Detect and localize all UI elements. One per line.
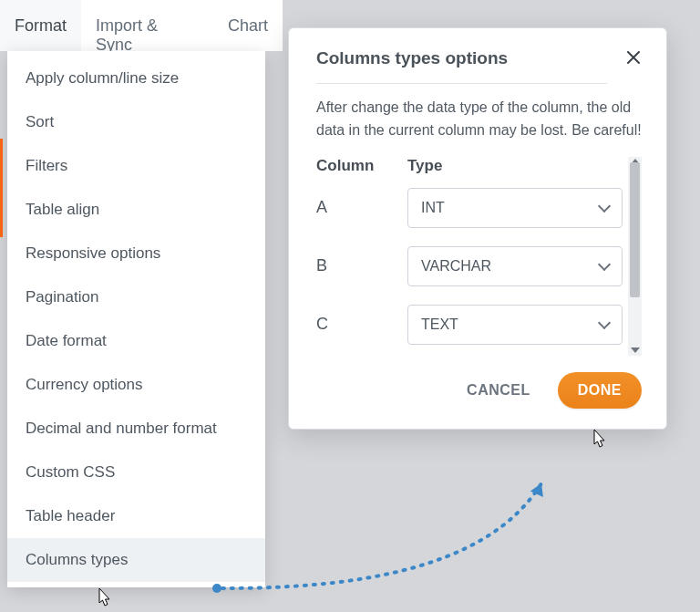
column-row-b: B VARCHAR [316,246,623,286]
type-select-a[interactable]: INT [407,188,623,228]
columns-types-dialog: Columns types options After change the d… [288,27,667,430]
cursor-icon [95,587,113,611]
type-select-value: TEXT [421,316,458,333]
menu-item-table-header[interactable]: Table header [7,494,265,538]
column-row-a: A INT [316,188,623,228]
dialog-header: Columns types options [316,48,642,84]
type-select-value: INT [421,200,445,216]
column-label: C [316,315,407,334]
dialog-actions: CANCEL DONE [316,372,642,409]
type-select-value: VARCHAR [421,258,491,275]
menu-item-custom-css[interactable]: Custom CSS [7,451,265,494]
menu-item-table-align[interactable]: Table align [7,188,265,232]
scrollbar-down-icon[interactable] [631,347,640,353]
columns-header-row: Column Type [316,157,623,175]
menu-item-sort[interactable]: Sort [7,100,265,144]
tabs-bar: Format Import & Sync Chart [0,0,283,51]
chevron-down-icon [598,258,611,271]
type-select-b[interactable]: VARCHAR [407,246,623,286]
tab-format[interactable]: Format [0,0,81,51]
menu-item-pagination[interactable]: Pagination [7,275,265,319]
tab-import-sync[interactable]: Import & Sync [81,0,213,51]
columns-header-column: Column [316,157,407,175]
close-icon[interactable] [625,48,642,68]
chevron-down-icon [598,200,611,213]
menu-item-date-format[interactable]: Date format [7,319,265,363]
tab-chart[interactable]: Chart [213,0,283,51]
dialog-title: Columns types options [316,48,607,84]
column-row-c: C TEXT [316,305,623,345]
type-select-c[interactable]: TEXT [407,305,623,345]
dialog-body: After change the data type of the column… [316,97,642,409]
scrollbar[interactable] [628,157,642,356]
dialog-description: After change the data type of the column… [316,97,642,142]
cancel-button[interactable]: CANCEL [467,382,530,399]
cursor-icon [590,429,608,452]
format-dropdown-menu: Apply column/line size Sort Filters Tabl… [7,51,265,587]
menu-item-filters[interactable]: Filters [7,144,265,188]
columns-header-type: Type [407,157,623,175]
menu-item-decimal-number-format[interactable]: Decimal and number format [7,407,265,451]
scrollbar-thumb[interactable] [630,162,640,297]
menu-item-currency-options[interactable]: Currency options [7,363,265,407]
done-button[interactable]: DONE [558,372,642,409]
columns-area: Column Type A INT B VARCHAR [316,157,642,356]
menu-item-apply-column-line-size[interactable]: Apply column/line size [7,57,265,100]
column-label: B [316,256,407,275]
menu-item-columns-types[interactable]: Columns types [7,538,265,582]
columns-scroll-viewport: Column Type A INT B VARCHAR [316,157,623,356]
column-label: A [316,198,407,217]
orange-accent-stripe [0,139,3,237]
chevron-down-icon [598,316,611,329]
menu-item-responsive-options[interactable]: Responsive options [7,232,265,275]
